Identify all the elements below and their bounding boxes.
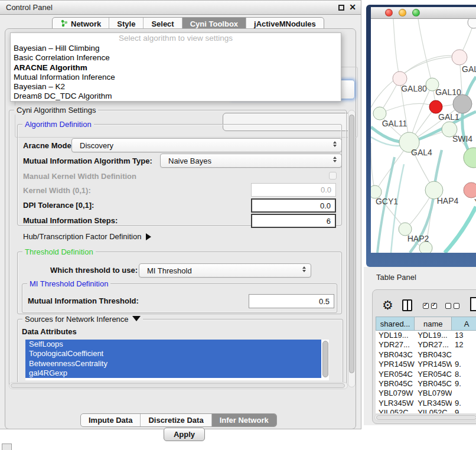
tab-infer-network[interactable]: Infer Network	[211, 414, 276, 426]
mi-threshold-field[interactable]: 0.5	[249, 294, 334, 308]
dropdown-item-bayesian-hill-climbing[interactable]: Bayesian – Hill Climbing	[11, 44, 341, 53]
network-node-gal11[interactable]	[373, 107, 386, 120]
network-node[interactable]	[419, 242, 432, 253]
table-row[interactable]: YPR145WYPR145W9.	[376, 360, 476, 369]
network-node-y[interactable]	[464, 182, 476, 198]
table-row[interactable]: YDL19...YDL19...13	[376, 331, 476, 340]
table-row[interactable]: YIL052CYIL052C9.	[376, 408, 476, 413]
mi-threshold-label: Mutual Information Threshold:	[28, 296, 139, 305]
table-cell: YDL19...	[376, 331, 415, 340]
manual-kernel-width-checkbox[interactable]	[329, 172, 337, 180]
attribute-item-gal4rgexp[interactable]: gal4RGexp	[25, 369, 321, 378]
collapsed-panel-icon[interactable]	[2, 444, 12, 450]
settings-hscrollbar[interactable]	[9, 382, 348, 389]
network-canvas[interactable]: GALGAL80GAL10GAL1SWI4GAL11GAL4GCY1HAP4YH…	[371, 19, 476, 253]
dropdown-item-dream8-dc-tdc-algorithm[interactable]: Dream8 DC_TDC Algorithm	[11, 92, 341, 101]
table-cell: 8.	[452, 370, 476, 379]
table-cell: 9.	[452, 408, 476, 413]
network-edge[interactable]	[380, 103, 436, 113]
control-panel-titlebar[interactable]: Control Panel ✕	[0, 1, 361, 15]
table-row[interactable]: YLR345WYLR345W9.	[376, 399, 476, 408]
close-traffic-light-icon[interactable]	[385, 9, 393, 17]
node-label-hap4: HAP4	[437, 196, 459, 206]
control-panel-title: Control Panel	[6, 3, 53, 12]
manual-kernel-width-label: Manual Kernel Width Definition	[23, 172, 136, 181]
table-row[interactable]: YBR045CYBR045C9.	[376, 379, 476, 389]
deselect-all-checkbox-icon[interactable]	[445, 303, 451, 309]
table-hscrollbar[interactable]	[374, 414, 476, 421]
table-cell: YIL052C	[376, 408, 415, 413]
network-window-titlebar[interactable]	[371, 7, 476, 19]
table-row[interactable]: YER054CYER054C8.	[376, 370, 476, 379]
attribute-item-selfloops[interactable]: SelfLoops	[25, 340, 321, 349]
table-row[interactable]: YBL079WYBL079W	[376, 389, 476, 398]
network-edge[interactable]	[418, 19, 432, 84]
column-header-a[interactable]: A	[452, 317, 476, 331]
new-document-icon[interactable]	[470, 297, 476, 311]
mi-steps-field[interactable]: 6	[251, 214, 336, 228]
float-window-icon[interactable]	[338, 5, 344, 11]
collapse-down-icon	[132, 316, 141, 321]
settings-hscrollbar-thumb[interactable]	[11, 383, 345, 388]
minimize-traffic-light-icon[interactable]	[399, 9, 406, 17]
apply-button[interactable]: Apply	[164, 428, 205, 441]
table-row[interactable]: YBR043CYBR043C	[376, 350, 476, 360]
mi-algorithm-type-combobox[interactable]: Naive Bayes	[160, 154, 342, 168]
aracne-mode-combobox[interactable]: Discovery	[71, 138, 342, 152]
dpi-tolerance-value: 0.0	[320, 201, 331, 210]
dropdown-item-mutual-information-inference[interactable]: Mutual Information Inference	[11, 73, 341, 82]
bottom-tabbar: Impute DataDiscretize DataInfer Network	[80, 413, 277, 427]
select-all-checkbox-icon[interactable]	[431, 303, 437, 309]
which-threshold-combobox[interactable]: MI Threshold	[139, 263, 311, 278]
tab-discretize-data[interactable]: Discretize Data	[140, 414, 211, 426]
hub-definition-expander[interactable]: Hub/Transcription Factor Definition	[23, 232, 151, 241]
dropdown-item-aracne-algorithm[interactable]: ARACNE Algorithm	[11, 63, 341, 73]
deselect-all-checkbox-icon[interactable]	[454, 303, 459, 309]
sources-group-title[interactable]: Sources for Network Inference	[22, 315, 143, 324]
node-label-gal10: GAL10	[435, 87, 461, 97]
node-table: shared...nameA YDL19...YDL19...13YDR27..…	[376, 317, 476, 413]
attribute-item-betweennesscentrality[interactable]: BetweennessCentrality	[25, 359, 321, 369]
list-scrollbar-thumb[interactable]	[322, 341, 328, 377]
split-columns-icon[interactable]	[402, 299, 412, 311]
network-node[interactable]	[468, 19, 476, 28]
network-node-gal1[interactable]	[429, 100, 442, 113]
network-edge[interactable]	[445, 207, 476, 253]
node-label-swi4: SWI4	[452, 134, 472, 144]
data-attributes-list[interactable]: SelfLoopsTopologicalCoefficientBetweenne…	[25, 340, 329, 380]
table-cell: 9.	[452, 399, 476, 408]
dropdown-item-basic-correlation-inference[interactable]: Basic Correlation Inference	[11, 53, 341, 63]
column-header-name[interactable]: name	[415, 317, 452, 331]
attribute-item-topologicalcoefficient[interactable]: TopologicalCoefficient	[25, 349, 321, 358]
zoom-traffic-light-icon[interactable]	[412, 9, 420, 17]
settings-vscrollbar-thumb[interactable]	[349, 115, 354, 373]
dropdown-item-bayesian-k2[interactable]: Bayesian – K2	[11, 82, 341, 92]
network-edge[interactable]	[391, 164, 404, 253]
table-row[interactable]: YDR27...YDR27...12	[376, 340, 476, 350]
network-edge[interactable]	[371, 143, 375, 192]
table-body: YDL19...YDL19...13YDR27...YDR27...12YBR0…	[376, 331, 476, 413]
table-cell: YER054C	[376, 370, 415, 379]
gear-icon[interactable]: ⚙	[382, 298, 393, 312]
table-header-row: shared...nameA	[376, 317, 476, 331]
table-cell: YLR345W	[376, 399, 415, 408]
table-hscrollbar-thumb[interactable]	[376, 415, 476, 420]
node-label-gcy1: GCY1	[376, 197, 398, 206]
network-node[interactable]	[453, 94, 472, 113]
dpi-tolerance-label: DPI Tolerance [0,1]:	[23, 201, 94, 210]
network-node-gal[interactable]	[452, 50, 467, 65]
kernel-width-field[interactable]: 0.0	[251, 183, 336, 197]
network-graph[interactable]: GALGAL80GAL10GAL1SWI4GAL11GAL4GCY1HAP4YH…	[371, 19, 476, 253]
table-cell: 9.	[452, 379, 476, 389]
select-all-checkbox-icon[interactable]	[423, 303, 429, 309]
column-header-shared[interactable]: shared...	[376, 317, 415, 331]
close-icon[interactable]: ✕	[349, 2, 356, 12]
network-edge[interactable]	[393, 19, 400, 79]
expand-right-icon	[146, 233, 151, 240]
network-node[interactable]	[464, 148, 476, 168]
mi-steps-label: Mutual Information Steps:	[23, 216, 118, 225]
settings-vscrollbar[interactable]	[348, 110, 356, 387]
tab-impute-data[interactable]: Impute Data	[81, 414, 140, 426]
network-edge[interactable]	[371, 57, 459, 107]
dpi-tolerance-field[interactable]: 0.0	[251, 198, 336, 213]
